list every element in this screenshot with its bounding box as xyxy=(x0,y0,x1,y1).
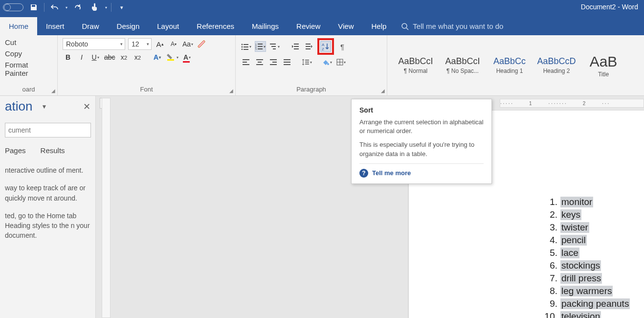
format-painter-button[interactable]: Format Painter xyxy=(5,61,52,77)
copy-button[interactable]: Copy xyxy=(5,49,52,58)
svg-rect-39 xyxy=(305,62,309,63)
justify-icon[interactable] xyxy=(282,57,292,68)
customize-qat-icon[interactable]: ▾ xyxy=(115,1,128,13)
highlight-icon[interactable]: ▾ xyxy=(166,52,179,63)
superscript-icon[interactable]: x2 xyxy=(133,52,143,63)
tell-me-placeholder: Tell me what you want to do xyxy=(413,22,503,30)
svg-rect-26 xyxy=(243,59,249,60)
svg-rect-10 xyxy=(258,44,263,45)
svg-rect-30 xyxy=(258,62,262,63)
style-no-spacing[interactable]: AaBbCcI ¶ No Spac... xyxy=(439,51,486,80)
touch-mode-icon[interactable] xyxy=(88,1,101,13)
list-item[interactable]: 1.monitor xyxy=(544,197,644,209)
align-right-icon[interactable] xyxy=(268,57,279,68)
style-heading-2[interactable]: AaBbCcD Heading 2 xyxy=(533,51,580,80)
navigation-search[interactable]: ▾ xyxy=(5,123,91,137)
list-item[interactable]: 6.stockings xyxy=(544,260,644,273)
numbering-icon[interactable]: 123▾ xyxy=(255,41,266,52)
svg-rect-23 xyxy=(306,48,311,49)
svg-rect-31 xyxy=(256,64,263,65)
font-color-icon[interactable]: A▾ xyxy=(182,52,193,63)
shading-icon[interactable]: ▾ xyxy=(321,57,333,68)
svg-rect-16 xyxy=(271,46,276,47)
tab-help[interactable]: Help xyxy=(362,17,395,35)
svg-rect-32 xyxy=(270,59,277,60)
search-icon xyxy=(401,23,409,30)
list-item[interactable]: 8.leg warmers xyxy=(544,286,644,298)
increase-indent-icon[interactable] xyxy=(304,41,314,52)
tab-draw[interactable]: Draw xyxy=(73,17,108,35)
svg-rect-14 xyxy=(258,48,263,49)
tab-review[interactable]: Review xyxy=(288,17,329,35)
tab-view[interactable]: View xyxy=(329,17,362,35)
navigation-search-input[interactable] xyxy=(8,126,94,134)
tab-insert[interactable]: Insert xyxy=(37,17,73,35)
tab-layout[interactable]: Layout xyxy=(148,17,188,35)
clipboard-launcher-icon[interactable]: ◢ xyxy=(51,88,55,93)
list-item[interactable]: 9.packing peanuts xyxy=(544,298,644,311)
svg-rect-22 xyxy=(306,46,311,47)
italic-icon[interactable]: I xyxy=(76,52,87,63)
save-icon[interactable] xyxy=(27,1,40,13)
tooltip-title: Sort xyxy=(359,106,484,114)
bullets-icon[interactable]: ▾ xyxy=(241,41,252,52)
list-item[interactable]: 2.keys xyxy=(544,209,644,222)
autosave-toggle[interactable] xyxy=(3,3,23,11)
tell-me-search[interactable]: Tell me what you want to do xyxy=(401,22,503,35)
close-pane-icon[interactable]: ✕ xyxy=(83,101,90,112)
nav-tab-results[interactable]: Results xyxy=(41,146,65,155)
redo-icon[interactable] xyxy=(71,1,84,13)
font-size-select[interactable]: 12▾ xyxy=(128,38,152,50)
font-launcher-icon[interactable]: ◢ xyxy=(229,88,233,93)
style-heading-1[interactable]: AaBbCc Heading 1 xyxy=(486,51,533,80)
tooltip-line-1: Arrange the current selection in alphabe… xyxy=(359,118,484,136)
font-size-value: 12 xyxy=(132,40,139,48)
cut-button[interactable]: Cut xyxy=(5,38,52,46)
paragraph-launcher-icon[interactable]: ◢ xyxy=(381,88,385,93)
align-left-icon[interactable] xyxy=(241,57,251,68)
quick-access-toolbar: ▾ ▾ ▾ xyxy=(0,1,128,13)
list-item[interactable]: 7.drill press xyxy=(544,273,644,286)
strikethrough-icon[interactable]: abc xyxy=(104,52,116,63)
borders-icon[interactable]: ▾ xyxy=(335,57,346,68)
window-title: Document2 - Word xyxy=(581,3,638,11)
svg-point-7 xyxy=(242,49,243,50)
multilevel-list-icon[interactable]: ▾ xyxy=(269,41,280,52)
decrease-indent-icon[interactable] xyxy=(290,41,301,52)
nav-tab-pages[interactable]: Pages xyxy=(5,146,26,155)
font-name-select[interactable]: Roboto▾ xyxy=(63,38,125,50)
text-effects-icon[interactable]: A▾ xyxy=(152,52,163,63)
sort-icon[interactable]: AZ xyxy=(320,41,331,52)
navigation-dropdown-icon[interactable]: ▼ xyxy=(41,103,47,110)
clear-formatting-icon[interactable] xyxy=(197,39,207,49)
tab-mailings[interactable]: Mailings xyxy=(243,17,288,35)
tab-design[interactable]: Design xyxy=(108,17,149,35)
tooltip-tell-me-more[interactable]: ? Tell me more xyxy=(359,163,484,178)
svg-point-3 xyxy=(242,44,243,45)
tab-references[interactable]: References xyxy=(188,17,243,35)
list-item[interactable]: 4.pencil xyxy=(544,235,644,248)
group-clipboard: Cut Copy Format Painter oard ◢ xyxy=(0,35,58,95)
title-bar: ▾ ▾ ▾ Document2 - Word xyxy=(0,0,644,15)
subscript-icon[interactable]: x2 xyxy=(119,52,130,63)
style-normal[interactable]: AaBbCcI ¶ Normal xyxy=(392,51,439,80)
align-center-icon[interactable] xyxy=(254,57,265,68)
bold-icon[interactable]: B xyxy=(63,52,73,63)
grow-font-icon[interactable]: A▴ xyxy=(155,39,165,49)
vertical-ruler[interactable] xyxy=(102,98,111,318)
list-item[interactable]: 3.twister xyxy=(544,222,644,235)
list-item[interactable]: 5.lace xyxy=(544,248,644,260)
navigation-body: nteractive outline of ment. way to keep … xyxy=(5,165,90,241)
horizontal-ruler[interactable]: · · · · · 1 · · · · · · · 2 · · · xyxy=(500,99,644,108)
style-title[interactable]: AaB Title xyxy=(580,51,627,80)
list-item[interactable]: 10.television xyxy=(544,311,644,318)
line-spacing-icon[interactable]: ▾ xyxy=(301,57,312,68)
change-case-icon[interactable]: Aa▾ xyxy=(182,39,194,49)
svg-rect-17 xyxy=(273,48,276,49)
underline-icon[interactable]: U▾ xyxy=(90,52,101,63)
undo-icon[interactable] xyxy=(48,1,61,13)
tab-home[interactable]: Home xyxy=(0,17,37,35)
shrink-font-icon[interactable]: A▾ xyxy=(168,39,179,49)
sort-button-highlight: AZ xyxy=(317,38,334,55)
show-hide-marks-icon[interactable]: ¶ xyxy=(337,41,348,52)
